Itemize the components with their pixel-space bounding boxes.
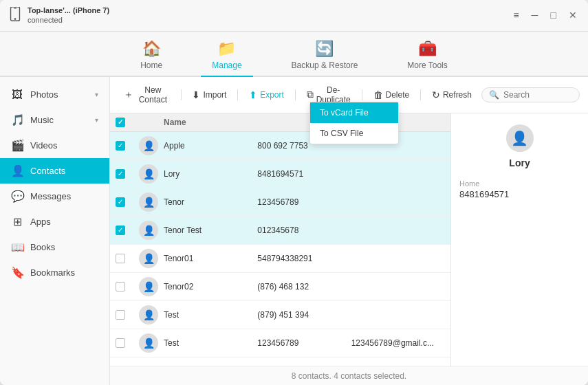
- photos-icon: 🖼: [11, 89, 23, 101]
- checkbox-6[interactable]: [116, 310, 125, 320]
- export-button[interactable]: ⬆ Export: [243, 87, 290, 103]
- minimize-button[interactable]: ─: [529, 8, 541, 22]
- table-row[interactable]: ✓ 👤 Lory 8481694571: [110, 160, 450, 188]
- home-icon: 🏠: [142, 40, 161, 58]
- row-email-7: 123456789@gmail.c...: [351, 338, 445, 348]
- row-name-4: Tenor01: [164, 254, 257, 263]
- app-window: Top-lanse'... (iPhone 7) connected ≡ ─ □…: [0, 0, 588, 385]
- avatar-5: 👤: [139, 277, 158, 296]
- row-phone-5: (876) 468 132: [257, 282, 351, 292]
- table-row[interactable]: 👤 Tenor02 (876) 468 132: [110, 273, 450, 301]
- checkbox-1[interactable]: ✓: [116, 169, 125, 179]
- nav-item-manage[interactable]: 📁 Manage: [201, 37, 252, 77]
- search-box: 🔍: [481, 87, 580, 102]
- export-label: Export: [260, 90, 284, 100]
- nav-item-home[interactable]: 🏠 Home: [129, 37, 173, 77]
- device-info: Top-lanse'... (iPhone 7) connected: [28, 6, 109, 25]
- dropdown-item-vcard[interactable]: To vCard File: [310, 102, 398, 123]
- header-name: Name: [164, 118, 257, 127]
- sidebar: 🖼 Photos ▾ 🎵 Music ▾ 🎬 Videos 👤 Contacts…: [0, 77, 110, 385]
- row-check-6: [116, 310, 139, 320]
- maximize-button[interactable]: □: [548, 8, 559, 22]
- row-check-7: [116, 338, 139, 348]
- detail-panel: 👤 Lory Home 8481694571: [450, 113, 588, 366]
- table-row[interactable]: ✓ 👤 Apple 800 692 7753: [110, 132, 450, 160]
- table-row[interactable]: 👤 Test (879) 451 394: [110, 301, 450, 329]
- music-expand-icon: ▾: [95, 116, 98, 124]
- checkbox-3[interactable]: ✓: [116, 226, 125, 235]
- sidebar-item-apps[interactable]: ⊞ Apps: [0, 209, 109, 234]
- sep2: [237, 89, 238, 100]
- detail-name: Lory: [459, 157, 580, 168]
- deduplicate-icon: ⧉: [307, 89, 314, 100]
- sidebar-photos-label: Photos: [30, 89, 58, 100]
- apps-icon: ⊞: [11, 215, 23, 228]
- row-avatar-4: 👤: [139, 249, 164, 268]
- row-avatar-1: 👤: [139, 164, 164, 184]
- contacts-icon: 👤: [11, 164, 23, 177]
- title-bar-right: ≡ ─ □ ✕: [510, 8, 580, 22]
- new-contact-label: New Contact: [136, 85, 170, 104]
- row-check-3: ✓: [116, 226, 139, 235]
- avatar-3: 👤: [139, 221, 158, 240]
- row-check-2: ✓: [116, 197, 139, 207]
- avatar-2: 👤: [139, 192, 158, 212]
- new-contact-button[interactable]: ＋ New Contact: [118, 82, 175, 107]
- checkbox-2[interactable]: ✓: [116, 197, 125, 207]
- menu-button[interactable]: ≡: [510, 8, 521, 22]
- row-avatar-0: 👤: [139, 136, 164, 155]
- sidebar-item-videos[interactable]: 🎬 Videos: [0, 133, 109, 158]
- row-check-1: ✓: [116, 169, 139, 179]
- table-row[interactable]: 👤 Tenor01 548794338291: [110, 245, 450, 273]
- sidebar-item-messages[interactable]: 💬 Messages: [0, 184, 109, 209]
- title-bar-left: Top-lanse'... (iPhone 7) connected: [8, 6, 109, 25]
- close-button[interactable]: ✕: [566, 8, 580, 22]
- avatar-7: 👤: [139, 333, 158, 353]
- device-status: connected: [28, 15, 109, 25]
- table-header: ✓ Name Email: [110, 113, 450, 132]
- import-button[interactable]: ⬇ Import: [186, 87, 232, 103]
- sidebar-music-label: Music: [30, 115, 54, 125]
- delete-button[interactable]: 🗑 Delete: [368, 87, 415, 103]
- sidebar-item-music[interactable]: 🎵 Music ▾: [0, 107, 109, 133]
- table-row[interactable]: ✓ 👤 Tenor Test 012345678: [110, 217, 450, 245]
- sidebar-item-contacts[interactable]: 👤 Contacts: [0, 158, 109, 184]
- checkbox-5[interactable]: [116, 282, 125, 292]
- checkbox-0[interactable]: ✓: [116, 141, 125, 151]
- row-avatar-2: 👤: [139, 192, 164, 212]
- nav-item-tools[interactable]: 🧰 More Tools: [396, 37, 458, 77]
- dropdown-item-csv[interactable]: To CSV File: [310, 123, 398, 144]
- row-name-3: Tenor Test: [164, 226, 257, 235]
- detail-phone-label: Home: [459, 179, 580, 188]
- videos-icon: 🎬: [11, 139, 23, 152]
- sidebar-item-books[interactable]: 📖 Books: [0, 234, 109, 260]
- toolbar: ＋ New Contact ⬇ Import ⬆ Export ⧉ De-Dup…: [110, 77, 588, 113]
- row-check-5: [116, 282, 139, 292]
- import-label: Import: [203, 90, 226, 100]
- plus-icon: ＋: [124, 89, 133, 101]
- refresh-icon: ↻: [432, 89, 440, 100]
- row-name-6: Test: [164, 310, 257, 320]
- table-row[interactable]: 👤 Test 123456789 123456789@gmail.c...: [110, 329, 450, 358]
- row-name-5: Tenor02: [164, 282, 257, 292]
- manage-icon: 📁: [217, 40, 236, 58]
- sep3: [295, 89, 296, 100]
- nav-item-backup[interactable]: 🔄 Backup & Restore: [281, 37, 369, 77]
- row-name-2: Tenor: [164, 197, 257, 207]
- sidebar-item-photos[interactable]: 🖼 Photos ▾: [0, 82, 109, 107]
- select-all-checkbox[interactable]: ✓: [116, 118, 125, 127]
- detail-phone: 8481694571: [459, 189, 580, 199]
- row-check-4: [116, 254, 139, 263]
- sidebar-item-bookmarks[interactable]: 🔖 Bookmarks: [0, 260, 109, 285]
- contact-table: ✓ Name Email ✓ 👤 Apple 800 692 7753: [110, 113, 450, 366]
- device-name: Top-lanse'... (iPhone 7): [28, 6, 109, 15]
- checkbox-7[interactable]: [116, 338, 125, 348]
- row-name-1: Lory: [164, 169, 257, 179]
- row-name-7: Test: [164, 338, 257, 348]
- refresh-button[interactable]: ↻ Refresh: [426, 87, 477, 103]
- row-phone-2: 123456789: [257, 197, 351, 207]
- search-input[interactable]: [503, 90, 572, 100]
- table-row[interactable]: ✓ 👤 Tenor 123456789: [110, 188, 450, 217]
- row-avatar-7: 👤: [139, 333, 164, 353]
- checkbox-4[interactable]: [116, 254, 125, 263]
